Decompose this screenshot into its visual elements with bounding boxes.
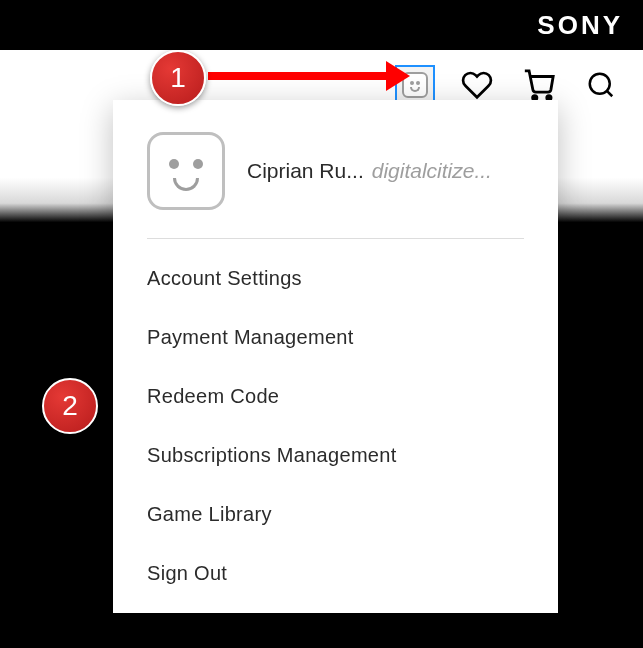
annotation-badge-1: 1: [150, 50, 206, 106]
heart-icon: [461, 69, 493, 101]
cart-icon: [522, 68, 556, 102]
menu-item-subscriptions-management[interactable]: Subscriptions Management: [113, 426, 558, 485]
svg-point-2: [590, 74, 610, 94]
annotation-badge-2: 2: [42, 378, 98, 434]
profile-dropdown: Ciprian Ru... digitalcitize... Account S…: [113, 100, 558, 613]
search-button[interactable]: [577, 61, 625, 109]
profile-header: Ciprian Ru... digitalcitize...: [113, 100, 558, 238]
menu-item-sign-out[interactable]: Sign Out: [113, 544, 558, 603]
menu-item-account-settings[interactable]: Account Settings: [113, 249, 558, 308]
user-handle: digitalcitize...: [372, 159, 492, 183]
menu-item-game-library[interactable]: Game Library: [113, 485, 558, 544]
svg-line-3: [607, 91, 612, 96]
sony-logo: SONY: [537, 10, 623, 41]
menu-item-redeem-code[interactable]: Redeem Code: [113, 367, 558, 426]
user-display-name: Ciprian Ru...: [247, 159, 364, 183]
avatar-large-icon: [147, 132, 225, 210]
divider: [147, 238, 524, 239]
annotation-arrow: [208, 66, 410, 86]
search-icon: [586, 70, 616, 100]
menu-item-payment-management[interactable]: Payment Management: [113, 308, 558, 367]
